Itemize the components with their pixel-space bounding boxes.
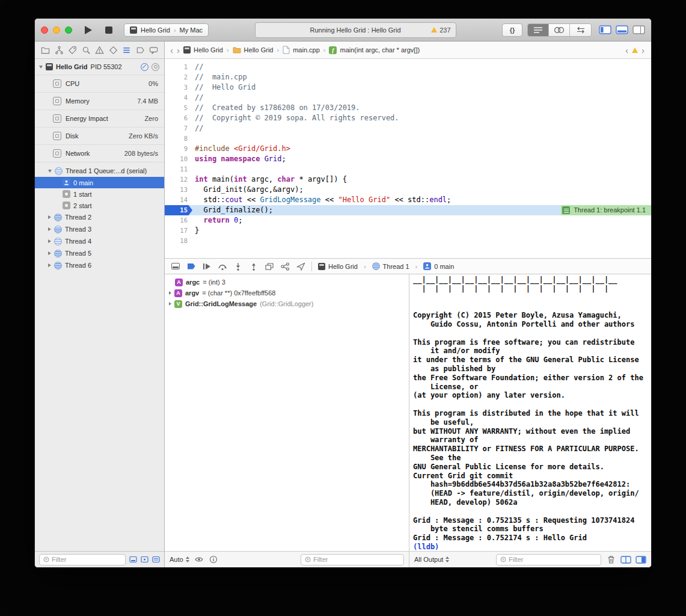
filter-view-button[interactable] xyxy=(152,556,160,563)
line-number[interactable]: 5 xyxy=(165,103,192,113)
code-line[interactable]: 3// Hello Grid xyxy=(165,82,651,93)
step-out-button[interactable] xyxy=(249,262,259,271)
debug-crumb-thread[interactable]: Thread 1 xyxy=(372,262,409,270)
code-line[interactable]: 4// xyxy=(165,93,651,103)
thread-row[interactable]: Thread 2 xyxy=(35,211,164,223)
code-line[interactable]: 17} xyxy=(165,226,651,236)
code-line[interactable]: 16 return 0; xyxy=(165,215,651,226)
line-number[interactable]: 6 xyxy=(165,113,192,123)
variables-filter-field[interactable]: Filter xyxy=(301,554,404,565)
find-navigator-tab[interactable] xyxy=(81,45,91,55)
stack-frame-row[interactable]: 0 main xyxy=(35,177,164,188)
line-number[interactable]: 10 xyxy=(165,154,192,164)
gauge-row-network[interactable]: Network 208 bytes/s xyxy=(35,144,164,162)
line-number[interactable]: 17 xyxy=(165,226,192,236)
code-line[interactable]: 8 xyxy=(165,134,651,144)
line-number[interactable]: 18 xyxy=(165,236,192,246)
breakpoints-toggle-button[interactable] xyxy=(186,262,196,271)
disclosure-triangle-icon[interactable] xyxy=(48,251,51,255)
console-output[interactable]: __|__|__|__|__|__|__|__|__|__|__|__|__|_… xyxy=(409,274,651,551)
stack-frame-row[interactable]: 2 start xyxy=(35,200,164,211)
line-number[interactable]: 1 xyxy=(165,62,192,72)
library-button[interactable]: {} xyxy=(502,23,522,37)
test-navigator-tab[interactable] xyxy=(108,45,118,55)
toggle-debug-area-button[interactable] xyxy=(616,25,628,34)
run-button[interactable] xyxy=(81,23,96,37)
close-button[interactable] xyxy=(41,26,48,34)
toggle-inspector-button[interactable] xyxy=(632,25,645,34)
filter-running-button[interactable] xyxy=(141,556,149,563)
gauge-row-memory[interactable]: Memory 7.4 MB xyxy=(35,92,164,109)
gauge-row-energy[interactable]: Energy Impact Zero xyxy=(35,109,164,127)
symbol-navigator-tab[interactable] xyxy=(67,45,78,55)
variables-scope-popup[interactable]: Auto xyxy=(170,556,189,563)
standard-editor-button[interactable] xyxy=(528,24,549,36)
console-only-button[interactable] xyxy=(635,555,646,564)
line-number[interactable]: 3 xyxy=(165,82,192,93)
project-navigator-tab[interactable] xyxy=(40,45,51,55)
console-filter-field[interactable]: Filter xyxy=(496,554,601,565)
step-over-button[interactable] xyxy=(218,262,227,271)
breakpoint-line-number[interactable]: 15 xyxy=(165,205,192,215)
console-output-popup[interactable]: All Output xyxy=(414,556,449,563)
info-button[interactable] xyxy=(209,555,218,564)
disclosure-triangle-icon[interactable] xyxy=(48,239,51,243)
pause-gauges-icon[interactable] xyxy=(141,63,149,71)
toggle-navigator-button[interactable] xyxy=(599,25,611,34)
scheme-destination[interactable]: My Mac xyxy=(180,26,203,34)
code-line[interactable]: 13 Grid_init(&argc,&argv); xyxy=(165,185,651,195)
clear-console-button[interactable] xyxy=(606,555,616,564)
disclosure-triangle-icon[interactable] xyxy=(48,215,51,219)
next-issue-button[interactable]: › xyxy=(642,46,645,55)
line-number[interactable]: 2 xyxy=(165,72,192,82)
code-line[interactable]: 11 xyxy=(165,164,651,174)
breakpoint-annotation[interactable]: Thread 1: breakpoint 1.1 xyxy=(561,205,651,215)
hide-debug-area-button[interactable] xyxy=(171,262,180,271)
thread-row[interactable]: Thread 5 xyxy=(35,247,164,259)
gauge-row-cpu[interactable]: CPU 0% xyxy=(35,75,164,92)
thread-row[interactable]: Thread 4 xyxy=(35,235,164,247)
zoom-button[interactable] xyxy=(65,26,72,34)
disclosure-triangle-icon[interactable] xyxy=(169,302,171,306)
line-number[interactable]: 14 xyxy=(165,195,192,205)
back-button[interactable]: ‹ xyxy=(170,46,173,55)
navigator-filter-field[interactable]: Filter xyxy=(39,554,126,565)
code-line[interactable]: 1// xyxy=(165,62,651,72)
debug-crumb-process[interactable]: Hello Grid xyxy=(318,263,358,270)
code-line[interactable]: 14 std::cout << GridLogMessage << "Hello… xyxy=(165,195,651,205)
source-editor[interactable]: 1//2// main.cpp3// Hello Grid4//5// Crea… xyxy=(165,59,651,258)
disclosure-triangle-icon[interactable] xyxy=(48,263,51,267)
jumpbar-file[interactable]: main.cpp xyxy=(283,46,320,54)
variable-row[interactable]: A argc = (int) 3 xyxy=(165,277,409,288)
issue-navigator-tab[interactable] xyxy=(94,45,105,55)
code-line[interactable]: 18 xyxy=(165,236,651,246)
code-line[interactable]: 9#include <Grid/Grid.h> xyxy=(165,144,651,154)
code-line[interactable]: 15 Grid_finalize();Thread 1: breakpoint … xyxy=(165,205,651,215)
assistant-editor-button[interactable] xyxy=(549,24,570,36)
previous-issue-button[interactable]: ‹ xyxy=(625,46,628,55)
quicklook-button[interactable] xyxy=(194,555,204,564)
flatten-stack-button[interactable] xyxy=(129,556,137,563)
variable-row[interactable]: V Grid::GridLogMessage (Grid::GridLogger… xyxy=(165,298,409,309)
forward-button[interactable]: › xyxy=(177,46,180,55)
step-into-button[interactable] xyxy=(233,262,243,271)
stack-frame-row[interactable]: 1 start xyxy=(35,188,164,200)
line-number[interactable]: 16 xyxy=(165,215,192,226)
line-number[interactable]: 12 xyxy=(165,174,192,185)
line-number[interactable]: 7 xyxy=(165,123,192,134)
line-number[interactable]: 13 xyxy=(165,185,192,195)
variable-row[interactable]: A argv = (char **) 0x7ffeefbff568 xyxy=(165,288,409,298)
breakpoint-navigator-tab[interactable] xyxy=(135,45,145,55)
thread-row[interactable]: Thread 1 Queue:...d (serial) xyxy=(35,165,164,177)
thread-row[interactable]: Thread 6 xyxy=(35,259,164,271)
warning-count-button[interactable]: 237 xyxy=(431,23,450,37)
debug-navigator-tab[interactable] xyxy=(121,45,132,55)
thread-row[interactable]: Thread 3 xyxy=(35,223,164,235)
scheme-target[interactable]: Hello Grid xyxy=(141,26,170,34)
code-line[interactable]: 10using namespace Grid; xyxy=(165,154,651,164)
stop-button[interactable] xyxy=(101,23,117,37)
code-line[interactable]: 12int main(int argc, char * argv[]) { xyxy=(165,174,651,185)
source-control-navigator-tab[interactable] xyxy=(54,45,64,55)
code-line[interactable]: 6// Copyright © 2019 sopa. All rights re… xyxy=(165,113,651,123)
debug-crumb-frame[interactable]: 0 main xyxy=(423,262,454,270)
